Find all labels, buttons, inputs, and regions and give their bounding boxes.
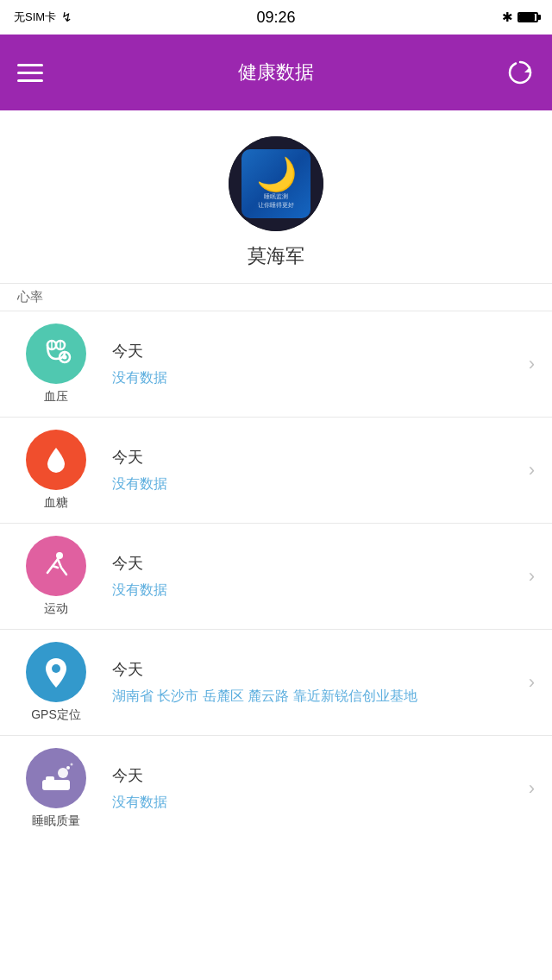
- icon-col-exercise: 运动: [17, 536, 95, 617]
- health-item-gps[interactable]: GPS定位 今天 湖南省 长沙市 岳麓区 麓云路 靠近新锐信创业基地 ›: [0, 629, 552, 735]
- carrier-label: 无SIM卡: [14, 9, 56, 25]
- svg-rect-10: [46, 776, 54, 782]
- stethoscope-icon: [26, 324, 86, 384]
- chevron-icon-gps: ›: [529, 671, 535, 694]
- svg-point-12: [66, 766, 70, 770]
- item-subtitle-exercise: 没有数据: [112, 581, 520, 600]
- refresh-button[interactable]: [505, 58, 535, 87]
- item-title-gps: 今天: [112, 659, 520, 680]
- item-content-blood-sugar: 今天 没有数据: [95, 447, 520, 493]
- item-content-exercise: 今天 没有数据: [95, 553, 520, 600]
- running-icon: [26, 536, 86, 596]
- battery-icon: [518, 12, 538, 22]
- sleep-icon: [26, 748, 86, 808]
- icon-col-gps: GPS定位: [17, 642, 95, 723]
- moon-icon: 🌙: [256, 158, 297, 191]
- item-content-blood-pressure: 今天 没有数据: [95, 341, 520, 387]
- heart-rate-section-label: 心率: [0, 283, 552, 311]
- navbar-title: 健康数据: [238, 60, 314, 85]
- navbar: 健康数据: [0, 35, 552, 110]
- health-item-exercise[interactable]: 运动 今天 没有数据 ›: [0, 523, 552, 629]
- svg-rect-9: [42, 780, 70, 790]
- item-subtitle-blood-pressure: 没有数据: [112, 368, 520, 387]
- menu-button[interactable]: [17, 64, 43, 82]
- chevron-icon-blood-pressure: ›: [529, 353, 535, 375]
- status-time: 09:26: [256, 9, 295, 27]
- icon-label-sleep: 睡眠质量: [32, 814, 80, 829]
- avatar-inner: 🌙 睡眠监测让你睡得更好: [242, 149, 310, 218]
- chevron-icon-sleep: ›: [529, 777, 535, 800]
- bluetooth-icon: ✱: [502, 9, 513, 25]
- status-left: 无SIM卡 ↯: [14, 9, 72, 25]
- icon-label-blood-sugar: 血糖: [44, 495, 68, 511]
- svg-point-13: [71, 763, 73, 766]
- svg-point-7: [56, 552, 63, 559]
- icon-col-blood-sugar: 血糖: [17, 430, 95, 511]
- icon-label-gps: GPS定位: [31, 707, 81, 723]
- item-content-gps: 今天 湖南省 长沙市 岳麓区 麓云路 靠近新锐信创业基地: [95, 659, 520, 706]
- icon-col-sleep: 睡眠质量: [17, 748, 95, 829]
- wifi-icon: ↯: [61, 9, 72, 25]
- icon-col-blood-pressure: 血压: [17, 324, 95, 405]
- item-title-exercise: 今天: [112, 553, 520, 574]
- health-item-sleep[interactable]: 睡眠质量 今天 没有数据 ›: [0, 735, 552, 841]
- item-title-blood-pressure: 今天: [112, 341, 520, 361]
- profile-section: 🌙 睡眠监测让你睡得更好 莫海军: [0, 110, 552, 283]
- svg-marker-0: [524, 66, 530, 72]
- svg-point-11: [58, 768, 68, 778]
- health-items-list: 血压 今天 没有数据 › 血糖 今天 没有数据 › 运动: [0, 311, 552, 841]
- item-title-blood-sugar: 今天: [112, 447, 520, 468]
- item-title-sleep: 今天: [112, 765, 520, 786]
- item-subtitle-sleep: 没有数据: [112, 793, 520, 812]
- health-item-blood-pressure[interactable]: 血压 今天 没有数据 ›: [0, 311, 552, 417]
- health-item-blood-sugar[interactable]: 血糖 今天 没有数据 ›: [0, 417, 552, 523]
- location-icon: [26, 642, 86, 702]
- blood-drop-icon: [26, 430, 86, 490]
- item-subtitle-blood-sugar: 没有数据: [112, 474, 520, 493]
- avatar: 🌙 睡眠监测让你睡得更好: [229, 136, 323, 231]
- svg-point-4: [63, 355, 67, 360]
- chevron-icon-blood-sugar: ›: [529, 459, 535, 481]
- svg-point-8: [52, 664, 60, 673]
- icon-label-blood-pressure: 血压: [44, 389, 68, 405]
- profile-name: 莫海军: [248, 243, 304, 269]
- icon-label-exercise: 运动: [44, 601, 68, 617]
- avatar-text: 睡眠监测让你睡得更好: [258, 192, 294, 210]
- status-right: ✱: [502, 9, 538, 25]
- item-subtitle-gps: 湖南省 长沙市 岳麓区 麓云路 靠近新锐信创业基地: [112, 687, 520, 706]
- item-content-sleep: 今天 没有数据: [95, 765, 520, 812]
- chevron-icon-exercise: ›: [529, 565, 535, 587]
- status-bar: 无SIM卡 ↯ 09:26 ✱: [0, 0, 552, 35]
